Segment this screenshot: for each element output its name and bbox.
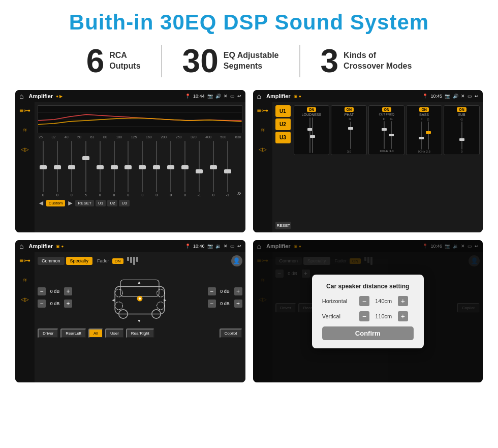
amp-screen: ⌂ Amplifier ▣ ● 📍 10:45 📷 🔊 ✕ ▭ ↩ ≡⊶ ≋ ◁ <box>253 90 483 232</box>
eq-slider-9[interactable]: 0 <box>166 141 175 197</box>
bass-slider-f[interactable] <box>421 122 422 150</box>
amp-u2-label[interactable]: U2 <box>275 118 291 130</box>
eq-slider-line-6 <box>128 141 129 192</box>
cross-top-bar: Common Specialty Fader ON 👤 <box>38 255 242 266</box>
cross-minus-br[interactable]: − <box>208 300 216 308</box>
eq-custom-button[interactable]: Custom <box>46 200 66 206</box>
eq-slider-0[interactable]: 0 <box>39 141 48 197</box>
cross-back-icon[interactable]: ↩ <box>237 244 241 249</box>
cross-bottom-buttons: Driver RearLeft All User RearRight Copil… <box>38 328 242 338</box>
phat-slider[interactable] <box>350 122 351 149</box>
all-button[interactable]: All <box>88 328 103 338</box>
rearright-button[interactable]: RearRight <box>126 328 154 338</box>
eq-sidebar-icon-3[interactable]: ◁▷ <box>19 144 31 154</box>
cross-minus-tl[interactable]: − <box>38 287 46 295</box>
specialty-tab-button[interactable]: Specialty <box>66 257 93 265</box>
eq-sidebar-icon-2[interactable]: ≋ <box>19 125 31 135</box>
amp-time: 10:45 <box>430 94 442 99</box>
loudness-slider-2[interactable] <box>312 117 313 153</box>
sub-label: SUB <box>458 113 465 116</box>
confirm-button[interactable]: Confirm <box>322 326 414 340</box>
cross-sidebar-icon-1[interactable]: ≡⊶ <box>19 255 31 265</box>
amp-channels-area: ON LOUDNESS <box>294 105 480 229</box>
cutfreq-on-badge[interactable]: ON <box>382 107 392 112</box>
phat-on-badge[interactable]: ON <box>345 107 354 112</box>
cross-plus-br[interactable]: + <box>234 300 242 308</box>
eq-slider-12[interactable]: 0 <box>209 141 218 197</box>
eq-sliders[interactable]: 0 0 0 5 <box>38 141 242 197</box>
cross-sidebar-icon-3[interactable]: ◁▷ <box>19 294 31 304</box>
user-avatar-icon[interactable]: 👤 <box>231 255 242 266</box>
amp-sidebar-icon-3[interactable]: ◁▷ <box>257 144 269 154</box>
sub-on-badge[interactable]: ON <box>457 107 466 112</box>
eq-u3-button[interactable]: U3 <box>119 200 129 206</box>
cross-close-icon[interactable]: ✕ <box>224 244 228 249</box>
dialog-vertical-plus[interactable]: + <box>398 311 408 321</box>
eq-slider-8[interactable]: 0 <box>152 141 161 197</box>
amp-u1-label[interactable]: U1 <box>275 105 291 117</box>
cross-minus-bl[interactable]: − <box>38 300 46 308</box>
amp-status-icons: 📍 10:45 📷 🔊 ✕ ▭ ↩ <box>422 94 479 99</box>
svg-point-10 <box>157 302 165 310</box>
eq-time: 10:44 <box>193 94 205 99</box>
home-icon[interactable]: ⌂ <box>19 92 23 100</box>
dialog-vertical-minus[interactable]: − <box>359 311 369 321</box>
cross-right-controls: − 0 dB + − 0 dB + <box>208 287 242 308</box>
cutfreq-slider-g[interactable] <box>391 121 392 149</box>
eq-u2-button[interactable]: U2 <box>107 200 117 206</box>
user-button[interactable]: User <box>105 328 124 338</box>
expand-arrows[interactable]: » <box>237 189 241 197</box>
cross-row-br: − 0 dB + <box>208 300 242 308</box>
bass-on-badge[interactable]: ON <box>419 107 429 112</box>
cross-sidebar-icon-2[interactable]: ≋ <box>19 275 31 285</box>
amp-main: U1 U2 U3 RESET ON LOUDNESS <box>272 102 483 232</box>
cross-plus-tl[interactable]: + <box>64 287 72 295</box>
common-tab-button[interactable]: Common <box>38 257 65 265</box>
fader-on-badge[interactable]: ON <box>112 258 123 264</box>
loudness-on-badge[interactable]: ON <box>307 107 317 112</box>
cutfreq-sliders: F 100Hz G <box>380 117 394 153</box>
eq-next-icon[interactable]: ► <box>67 199 74 207</box>
cutfreq-slider-f[interactable] <box>384 121 385 149</box>
back-icon[interactable]: ↩ <box>237 94 241 99</box>
amp-sidebar-icon-2[interactable]: ≋ <box>257 125 269 135</box>
eq-prev-icon[interactable]: ◄ <box>38 199 45 207</box>
eq-reset-button[interactable]: RESET <box>75 200 94 206</box>
close-icon[interactable]: ✕ <box>224 94 228 99</box>
eq-slider-2[interactable]: 0 <box>67 141 76 197</box>
dialog-title: Car speaker distance setting <box>322 283 414 290</box>
eq-slider-13[interactable]: -1 <box>223 141 232 197</box>
cross-home-icon[interactable]: ⌂ <box>19 242 23 250</box>
cross-val-tr: 0 dB <box>218 289 232 294</box>
amp-home-icon[interactable]: ⌂ <box>257 92 261 100</box>
amp-u3-label[interactable]: U3 <box>275 132 291 143</box>
amp-back-icon[interactable]: ↩ <box>475 94 479 99</box>
eq-slider-1[interactable]: 0 <box>53 141 62 197</box>
eq-slider-7[interactable]: 0 <box>138 141 147 197</box>
cross-row-tl: − 0 dB + <box>38 287 72 295</box>
cross-minus-tr[interactable]: − <box>208 287 216 295</box>
bass-slider-g[interactable] <box>428 122 429 150</box>
eq-u1-button[interactable]: U1 <box>96 200 106 206</box>
rearleft-button[interactable]: RearLeft <box>60 328 86 338</box>
eq-slider-6[interactable]: 0 <box>123 141 133 197</box>
amp-close-icon[interactable]: ✕ <box>461 94 465 99</box>
sub-slider[interactable] <box>461 122 462 150</box>
eq-sidebar-icon-1[interactable]: ≡⊶ <box>19 105 31 115</box>
amp-reset-button[interactable]: RESET <box>275 222 291 229</box>
eq-slider-3[interactable]: 5 <box>81 141 90 197</box>
driver-button[interactable]: Driver <box>38 328 58 338</box>
copilot-button[interactable]: Copilot <box>220 328 242 338</box>
cross-plus-tr[interactable]: + <box>234 287 242 295</box>
dialog-vertical-row: Vertical − 110cm + <box>322 311 414 321</box>
eq-slider-11[interactable]: -1 <box>195 141 204 197</box>
dialog-horizontal-plus[interactable]: + <box>398 296 408 306</box>
eq-slider-5[interactable]: 0 <box>110 141 119 197</box>
eq-slider-10[interactable]: 0 <box>180 141 190 197</box>
cross-dots: ▣ ● <box>56 244 64 249</box>
amp-sidebar-icon-1[interactable]: ≡⊶ <box>257 105 269 115</box>
eq-slider-4[interactable]: 0 <box>96 141 105 197</box>
cross-plus-bl[interactable]: + <box>64 300 72 308</box>
cross-row-bl: − 0 dB + <box>38 300 72 308</box>
dialog-horizontal-minus[interactable]: − <box>359 296 369 306</box>
